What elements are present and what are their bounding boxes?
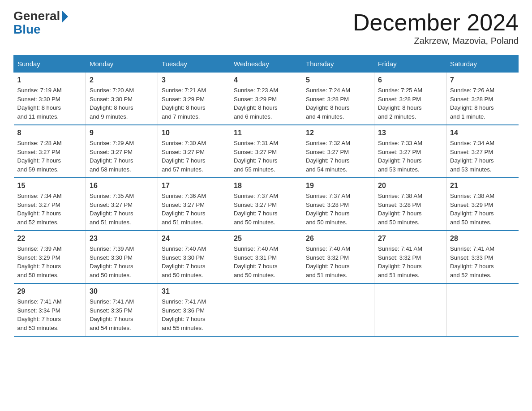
day-cell: 25Sunrise: 7:40 AMSunset: 3:31 PMDayligh…	[230, 231, 302, 283]
weekday-header-friday: Friday	[374, 56, 446, 73]
day-cell: 20Sunrise: 7:38 AMSunset: 3:28 PMDayligh…	[374, 178, 446, 231]
weekday-header-wednesday: Wednesday	[230, 56, 302, 73]
day-info: Sunrise: 7:41 AMSunset: 3:36 PMDaylight:…	[162, 297, 226, 332]
day-number: 25	[234, 235, 298, 243]
day-info: Sunrise: 7:34 AMSunset: 3:27 PMDaylight:…	[450, 139, 515, 174]
day-number: 29	[17, 287, 82, 295]
day-number: 15	[17, 182, 82, 190]
weekday-header-thursday: Thursday	[302, 56, 374, 73]
day-number: 20	[378, 182, 442, 190]
day-cell: 14Sunrise: 7:34 AMSunset: 3:27 PMDayligh…	[446, 125, 519, 178]
day-number: 11	[234, 129, 298, 137]
day-cell	[374, 283, 446, 336]
day-number: 18	[234, 182, 298, 190]
day-cell: 4Sunrise: 7:23 AMSunset: 3:29 PMDaylight…	[230, 73, 302, 125]
day-number: 24	[162, 235, 226, 243]
day-cell: 30Sunrise: 7:41 AMSunset: 3:35 PMDayligh…	[86, 283, 158, 336]
day-number: 28	[450, 235, 515, 243]
day-number: 21	[450, 182, 515, 190]
day-cell	[230, 283, 302, 336]
day-number: 26	[306, 235, 370, 243]
day-info: Sunrise: 7:32 AMSunset: 3:27 PMDaylight:…	[306, 139, 370, 174]
day-cell: 8Sunrise: 7:28 AMSunset: 3:27 PMDaylight…	[14, 125, 86, 178]
calendar-table: SundayMondayTuesdayWednesdayThursdayFrid…	[13, 55, 519, 337]
day-number: 16	[90, 182, 154, 190]
weekday-header-row: SundayMondayTuesdayWednesdayThursdayFrid…	[14, 56, 519, 73]
day-info: Sunrise: 7:31 AMSunset: 3:27 PMDaylight:…	[234, 139, 298, 174]
day-number: 30	[90, 287, 154, 295]
day-info: Sunrise: 7:41 AMSunset: 3:34 PMDaylight:…	[17, 297, 82, 332]
day-cell	[446, 283, 519, 336]
weekday-header-tuesday: Tuesday	[158, 56, 230, 73]
day-number: 4	[234, 76, 298, 84]
day-cell: 9Sunrise: 7:29 AMSunset: 3:27 PMDaylight…	[86, 125, 158, 178]
day-number: 14	[450, 129, 515, 137]
day-number: 8	[17, 129, 82, 137]
day-info: Sunrise: 7:40 AMSunset: 3:32 PMDaylight:…	[306, 244, 370, 279]
day-number: 3	[162, 76, 226, 84]
weekday-header-saturday: Saturday	[446, 56, 519, 73]
day-number: 5	[306, 76, 370, 84]
day-info: Sunrise: 7:25 AMSunset: 3:28 PMDaylight:…	[378, 86, 442, 121]
day-cell: 17Sunrise: 7:36 AMSunset: 3:27 PMDayligh…	[158, 178, 230, 231]
day-number: 7	[450, 76, 515, 84]
day-cell: 6Sunrise: 7:25 AMSunset: 3:28 PMDaylight…	[374, 73, 446, 125]
week-row-4: 22Sunrise: 7:39 AMSunset: 3:29 PMDayligh…	[14, 231, 519, 283]
day-info: Sunrise: 7:40 AMSunset: 3:31 PMDaylight:…	[234, 244, 298, 279]
day-cell: 11Sunrise: 7:31 AMSunset: 3:27 PMDayligh…	[230, 125, 302, 178]
week-row-2: 8Sunrise: 7:28 AMSunset: 3:27 PMDaylight…	[14, 125, 519, 178]
day-cell: 10Sunrise: 7:30 AMSunset: 3:27 PMDayligh…	[158, 125, 230, 178]
day-cell: 2Sunrise: 7:20 AMSunset: 3:30 PMDaylight…	[86, 73, 158, 125]
day-cell: 15Sunrise: 7:34 AMSunset: 3:27 PMDayligh…	[14, 178, 86, 231]
day-number: 27	[378, 235, 442, 243]
day-cell: 29Sunrise: 7:41 AMSunset: 3:34 PMDayligh…	[14, 283, 86, 336]
day-number: 12	[306, 129, 370, 137]
day-number: 31	[162, 287, 226, 295]
day-cell: 18Sunrise: 7:37 AMSunset: 3:27 PMDayligh…	[230, 178, 302, 231]
day-number: 19	[306, 182, 370, 190]
day-number: 9	[90, 129, 154, 137]
day-info: Sunrise: 7:41 AMSunset: 3:32 PMDaylight:…	[378, 244, 442, 279]
day-number: 17	[162, 182, 226, 190]
day-cell: 16Sunrise: 7:35 AMSunset: 3:27 PMDayligh…	[86, 178, 158, 231]
day-info: Sunrise: 7:28 AMSunset: 3:27 PMDaylight:…	[17, 139, 82, 174]
title-area: December 2024 Zakrzew, Mazovia, Poland	[353, 9, 519, 46]
day-info: Sunrise: 7:36 AMSunset: 3:27 PMDaylight:…	[162, 192, 226, 227]
day-number: 6	[378, 76, 442, 84]
day-info: Sunrise: 7:26 AMSunset: 3:28 PMDaylight:…	[450, 86, 515, 121]
day-cell: 24Sunrise: 7:40 AMSunset: 3:30 PMDayligh…	[158, 231, 230, 283]
day-cell: 1Sunrise: 7:19 AMSunset: 3:30 PMDaylight…	[14, 73, 86, 125]
day-info: Sunrise: 7:33 AMSunset: 3:27 PMDaylight:…	[378, 139, 442, 174]
day-cell: 26Sunrise: 7:40 AMSunset: 3:32 PMDayligh…	[302, 231, 374, 283]
week-row-3: 15Sunrise: 7:34 AMSunset: 3:27 PMDayligh…	[14, 178, 519, 231]
day-number: 22	[17, 235, 82, 243]
day-cell: 5Sunrise: 7:24 AMSunset: 3:28 PMDaylight…	[302, 73, 374, 125]
day-info: Sunrise: 7:30 AMSunset: 3:27 PMDaylight:…	[162, 139, 226, 174]
day-cell	[302, 283, 374, 336]
day-info: Sunrise: 7:21 AMSunset: 3:29 PMDaylight:…	[162, 86, 226, 121]
day-cell: 19Sunrise: 7:37 AMSunset: 3:28 PMDayligh…	[302, 178, 374, 231]
day-cell: 28Sunrise: 7:41 AMSunset: 3:33 PMDayligh…	[446, 231, 519, 283]
day-info: Sunrise: 7:37 AMSunset: 3:28 PMDaylight:…	[306, 192, 370, 227]
day-cell: 21Sunrise: 7:38 AMSunset: 3:29 PMDayligh…	[446, 178, 519, 231]
location: Zakrzew, Mazovia, Poland	[353, 36, 519, 46]
day-cell: 12Sunrise: 7:32 AMSunset: 3:27 PMDayligh…	[302, 125, 374, 178]
weekday-header-sunday: Sunday	[14, 56, 86, 73]
week-row-1: 1Sunrise: 7:19 AMSunset: 3:30 PMDaylight…	[14, 73, 519, 125]
day-cell: 22Sunrise: 7:39 AMSunset: 3:29 PMDayligh…	[14, 231, 86, 283]
page-header: General Blue December 2024 Zakrzew, Mazo…	[13, 9, 519, 46]
day-number: 2	[90, 76, 154, 84]
day-info: Sunrise: 7:23 AMSunset: 3:29 PMDaylight:…	[234, 86, 298, 121]
day-cell: 31Sunrise: 7:41 AMSunset: 3:36 PMDayligh…	[158, 283, 230, 336]
day-info: Sunrise: 7:24 AMSunset: 3:28 PMDaylight:…	[306, 86, 370, 121]
day-info: Sunrise: 7:39 AMSunset: 3:30 PMDaylight:…	[90, 244, 154, 279]
day-info: Sunrise: 7:37 AMSunset: 3:27 PMDaylight:…	[234, 192, 298, 227]
logo-blue-text: Blue	[13, 22, 41, 37]
day-cell: 3Sunrise: 7:21 AMSunset: 3:29 PMDaylight…	[158, 73, 230, 125]
day-info: Sunrise: 7:38 AMSunset: 3:28 PMDaylight:…	[378, 192, 442, 227]
day-info: Sunrise: 7:35 AMSunset: 3:27 PMDaylight:…	[90, 192, 154, 227]
day-info: Sunrise: 7:41 AMSunset: 3:33 PMDaylight:…	[450, 244, 515, 279]
day-number: 1	[17, 76, 82, 84]
logo-arrow-icon	[62, 10, 68, 23]
logo-general-text: General	[13, 9, 60, 23]
